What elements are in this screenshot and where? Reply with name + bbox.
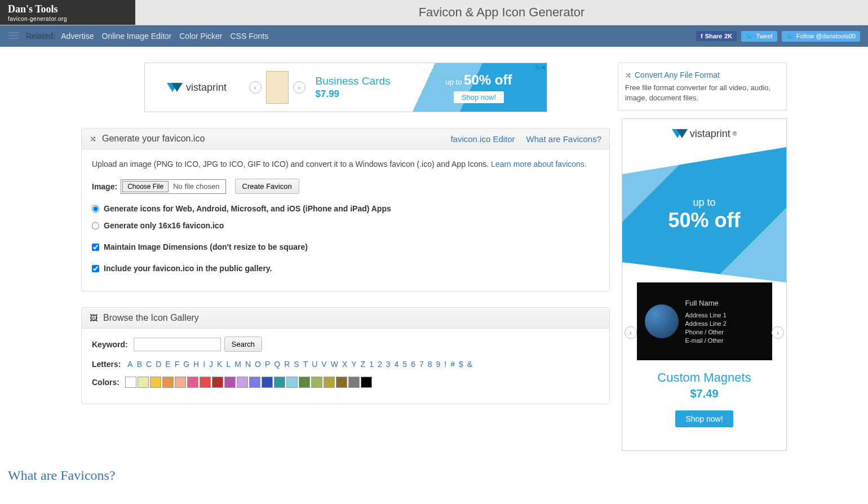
color-swatch[interactable] (175, 377, 186, 388)
letter-link[interactable]: Z (360, 360, 367, 369)
color-swatch[interactable] (311, 377, 322, 388)
letter-link[interactable]: 2 (377, 360, 383, 369)
ad-prev-button[interactable]: ‹ (249, 81, 262, 94)
letter-link[interactable]: 8 (427, 360, 433, 369)
logo-box[interactable]: Dan's Tools favicon-generator.org (0, 0, 135, 25)
letter-link[interactable]: K (216, 360, 223, 369)
letter-link[interactable]: U (311, 360, 318, 369)
letter-link[interactable]: S (293, 360, 300, 369)
color-swatch[interactable] (200, 377, 211, 388)
search-button[interactable]: Search (224, 337, 262, 352)
color-swatch[interactable] (249, 377, 260, 388)
twitter-follow-button[interactable]: 🐦 Follow @danstools00 (782, 31, 860, 42)
letter-link[interactable]: 4 (393, 360, 400, 369)
nav-link-css-fonts[interactable]: CSS Fonts (231, 32, 269, 41)
radio-all-icons[interactable] (92, 205, 99, 213)
color-swatch[interactable] (286, 377, 298, 388)
letter-link[interactable]: # (449, 360, 456, 369)
letter-link[interactable]: E (164, 360, 171, 369)
letter-link[interactable]: Q (273, 360, 281, 369)
checkbox-public-gallery[interactable] (92, 265, 99, 272)
ad-next-button[interactable]: › (293, 81, 305, 94)
color-swatch[interactable] (324, 377, 335, 388)
favicon-editor-link[interactable]: favicon.ico Editor (450, 134, 515, 144)
checkbox-maintain-label[interactable]: Maintain Image Dimensions (don't resize … (104, 242, 308, 251)
letter-link[interactable]: D (154, 360, 162, 369)
checkbox-gallery-label[interactable]: Include your favicon.ico in the public g… (104, 264, 272, 273)
nav-link-image-editor[interactable]: Online Image Editor (102, 32, 172, 41)
logo-subtitle: favicon-generator.org (8, 16, 135, 22)
letter-link[interactable]: C (145, 360, 153, 369)
letter-link[interactable]: J (208, 360, 214, 369)
letter-link[interactable]: H (192, 360, 200, 369)
color-swatch[interactable] (348, 377, 360, 388)
letter-link[interactable]: $ (458, 360, 464, 369)
file-state: No file chosen (169, 182, 224, 191)
color-swatch[interactable] (262, 377, 273, 388)
side-ad-shop-button[interactable]: Shop now! (675, 410, 733, 427)
radio-16x16-label[interactable]: Generate only 16x16 favicon.ico (104, 221, 224, 230)
letter-link[interactable]: Y (350, 360, 357, 369)
color-swatch[interactable] (125, 377, 136, 388)
radio-16x16[interactable] (92, 222, 99, 229)
color-swatch[interactable] (224, 377, 236, 388)
color-swatch[interactable] (162, 377, 174, 388)
ad-brand: vistaprint (186, 82, 227, 94)
letter-link[interactable]: I (202, 360, 206, 369)
letter-link[interactable]: M (233, 360, 242, 369)
ad-close-icon[interactable]: ▷✕ (536, 64, 546, 70)
letter-link[interactable]: ! (443, 360, 448, 369)
create-favicon-button[interactable]: Create Favicon (235, 179, 299, 194)
side-ad[interactable]: ▷✕ vistaprint ® up to 50% off Full Name … (622, 118, 787, 451)
letter-link[interactable]: B (136, 360, 143, 369)
letter-link[interactable]: R (283, 360, 291, 369)
top-ad-banner[interactable]: vistaprint ‹ › Business Cards $7.99 up t… (144, 63, 547, 112)
color-swatch[interactable] (361, 377, 372, 388)
learn-more-link[interactable]: Learn more about favicons. (491, 160, 587, 169)
letter-link[interactable]: & (466, 360, 473, 369)
checkbox-maintain-dimensions[interactable] (92, 244, 99, 251)
letter-link[interactable]: 3 (385, 360, 392, 369)
letter-link[interactable]: 7 (418, 360, 425, 369)
letter-link[interactable]: 6 (410, 360, 417, 369)
color-swatch[interactable] (299, 377, 310, 388)
letter-link[interactable]: W (330, 360, 339, 369)
side-ad-next-button[interactable]: › (772, 326, 784, 339)
letter-link[interactable]: T (302, 360, 309, 369)
letter-link[interactable]: X (341, 360, 348, 369)
keyword-input[interactable] (134, 338, 221, 351)
gallery-panel-header: 🖼 Browse the Icon Gallery (82, 308, 609, 329)
color-swatch[interactable] (138, 377, 149, 388)
letter-link[interactable]: L (225, 360, 232, 369)
ad-shop-button[interactable]: Shop now! (454, 91, 504, 103)
letter-link[interactable]: G (182, 360, 191, 369)
color-swatch[interactable] (212, 377, 223, 388)
twitter-tweet-button[interactable]: 🐦 Tweet (741, 31, 777, 42)
facebook-share-button[interactable]: f Share 2K (696, 31, 737, 41)
letter-link[interactable]: N (244, 360, 252, 369)
letter-link[interactable]: A (126, 360, 134, 369)
letter-link[interactable]: V (320, 360, 327, 369)
convert-link[interactable]: Convert Any File Format (635, 70, 720, 79)
side-ad-offer-pct: 50% off (668, 209, 740, 232)
letter-link[interactable]: 9 (435, 360, 442, 369)
letter-link[interactable]: O (254, 360, 262, 369)
letter-link[interactable]: 5 (401, 360, 408, 369)
color-swatch[interactable] (274, 377, 285, 388)
letter-link[interactable]: P (264, 360, 271, 369)
letter-link[interactable]: F (174, 360, 181, 369)
choose-file-button[interactable]: Choose File (122, 181, 169, 192)
what-are-favicons-link[interactable]: What are Favicons? (526, 134, 601, 144)
radio-all-icons-label[interactable]: Generate icons for Web, Android, Microso… (104, 204, 391, 213)
side-ad-prev-button[interactable]: ‹ (625, 326, 637, 339)
menu-icon[interactable] (8, 32, 19, 40)
letter-link[interactable]: 1 (368, 360, 375, 369)
color-swatch[interactable] (336, 377, 347, 388)
color-swatch[interactable] (187, 377, 198, 388)
image-label: Image: (92, 182, 117, 191)
nav-link-color-picker[interactable]: Color Picker (179, 32, 222, 41)
color-swatch[interactable] (237, 377, 248, 388)
color-swatch[interactable] (150, 377, 161, 388)
nav-link-advertise[interactable]: Advertise (61, 32, 94, 41)
file-input[interactable]: Choose File No file chosen (121, 179, 225, 194)
